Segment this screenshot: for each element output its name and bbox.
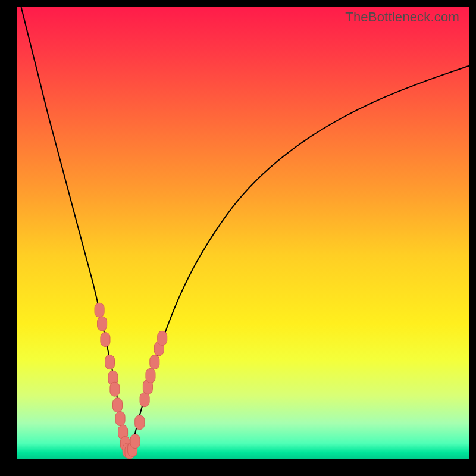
curve-marker <box>110 382 120 396</box>
curve-marker <box>150 355 159 369</box>
curve-marker <box>158 331 167 345</box>
watermark-text: TheBottleneck.com <box>345 10 459 25</box>
gradient-background <box>17 7 469 459</box>
curve-marker <box>98 317 107 331</box>
curve-marker <box>130 434 140 449</box>
curve-marker <box>105 355 115 369</box>
plot-area: TheBottleneck.com <box>17 7 469 459</box>
curve-marker <box>112 398 122 412</box>
curve-marker <box>146 368 155 383</box>
curve-marker <box>140 393 149 407</box>
curve-marker <box>135 415 145 430</box>
curve-marker <box>101 333 110 347</box>
curve-marker <box>115 412 125 426</box>
chart-svg <box>17 7 469 459</box>
chart-frame: TheBottleneck.com <box>0 0 476 476</box>
curve-marker <box>95 303 104 317</box>
